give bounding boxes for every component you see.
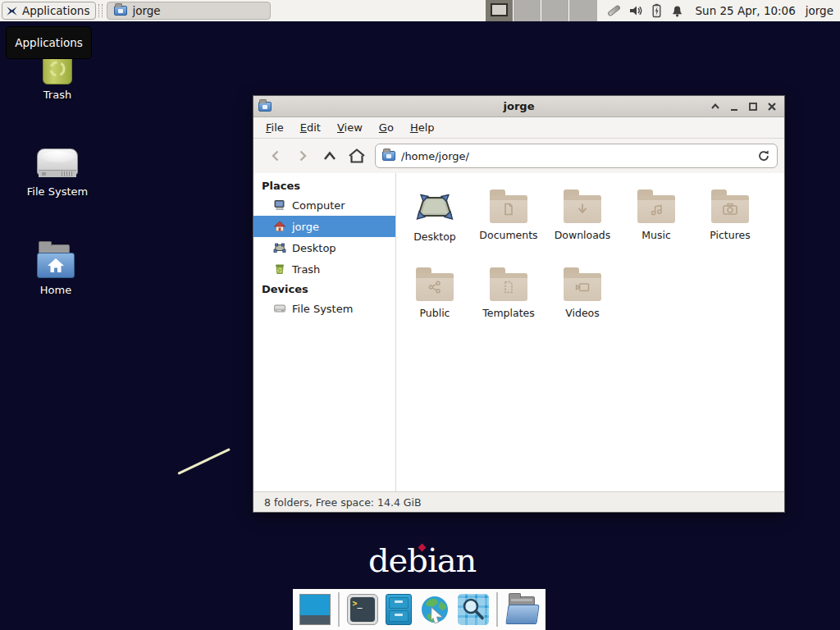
up-button[interactable] <box>316 144 343 168</box>
menu-edit[interactable]: Edit <box>293 119 328 136</box>
workspace-4[interactable] <box>569 0 597 21</box>
toolbar: /home/jorge/ <box>253 139 784 173</box>
xfce-logo-icon <box>6 5 18 17</box>
stylus-tool-icon[interactable] <box>606 4 620 16</box>
sidebar-item-label: Computer <box>292 199 345 212</box>
statusbar: 8 folders, Free space: 14.4 GiB <box>253 491 784 512</box>
folder-public[interactable]: Public <box>398 262 472 340</box>
menu-go[interactable]: Go <box>372 119 401 136</box>
menu-file[interactable]: File <box>258 119 291 136</box>
folder-videos[interactable]: Videos <box>546 262 619 340</box>
folder-icon <box>416 273 454 301</box>
desktop-special-icon <box>415 192 454 225</box>
desktop-icon-label: File System <box>27 185 88 198</box>
file-view[interactable]: Desktop Documents Downloads <box>396 173 784 491</box>
workspace-1[interactable] <box>486 0 514 21</box>
sidebar-header-places: Places <box>253 176 395 194</box>
trash-icon <box>273 262 286 276</box>
home-folder-icon <box>35 243 76 281</box>
folder-icon <box>637 195 675 223</box>
debian-logo: debian <box>368 541 476 579</box>
folder-label: Documents <box>479 229 537 241</box>
close-button[interactable] <box>765 100 778 112</box>
shade-button[interactable] <box>709 100 721 112</box>
folder-label: Pictures <box>710 229 751 241</box>
taskbar-window-button[interactable]: jorge <box>107 2 271 20</box>
dock: >_ <box>293 589 546 630</box>
folder-icon <box>564 195 601 223</box>
sidebar-item-label: jorge <box>292 221 319 233</box>
sidebar: Places Computer jorge <box>253 173 396 491</box>
applications-menu-button[interactable]: Applications <box>2 2 96 20</box>
folder-icon <box>711 195 749 223</box>
home-button[interactable] <box>343 144 370 168</box>
folder-label: Desktop <box>413 231 456 243</box>
taskbar-window-label: jorge <box>132 4 160 17</box>
maximize-button[interactable] <box>746 100 759 112</box>
sidebar-item-computer[interactable]: Computer <box>253 194 395 216</box>
folder-downloads[interactable]: Downloads <box>546 185 619 262</box>
system-tray <box>607 3 684 18</box>
folder-pictures[interactable]: Pictures <box>693 185 767 262</box>
folder-templates[interactable]: Templates <box>472 262 546 340</box>
sidebar-item-file-system[interactable]: File System <box>253 298 395 319</box>
minimize-button[interactable] <box>728 100 740 112</box>
sidebar-item-label: Trash <box>292 263 320 276</box>
workspace-2[interactable] <box>514 0 541 21</box>
dock-separator <box>496 592 498 627</box>
folder-documents[interactable]: Documents <box>472 185 546 262</box>
folder-music[interactable]: Music <box>619 185 693 262</box>
dock-app-finder-icon[interactable] <box>458 594 489 625</box>
top-panel: Applications jorge Sun 25 Apr, 10:06 jor… <box>0 0 840 21</box>
reload-icon[interactable] <box>757 149 770 162</box>
battery-icon[interactable] <box>651 3 663 18</box>
sidebar-header-devices: Devices <box>253 280 395 298</box>
sidebar-item-jorge[interactable]: jorge <box>253 216 395 237</box>
volume-icon[interactable] <box>628 3 643 18</box>
desktop-scratch-artifact <box>177 448 231 475</box>
folder-icon <box>490 273 527 301</box>
dock-web-browser-icon[interactable] <box>419 594 450 625</box>
desktop-icon-home[interactable]: Home <box>16 243 95 296</box>
applications-tooltip: Applications <box>6 26 92 59</box>
folder-icon <box>564 273 601 301</box>
desktop-icon <box>273 241 286 254</box>
window-titlebar[interactable]: jorge <box>253 96 784 117</box>
forward-button[interactable] <box>289 144 316 168</box>
window-title: jorge <box>253 100 784 112</box>
hard-drive-icon <box>37 144 78 182</box>
folder-desktop[interactable]: Desktop <box>398 185 472 262</box>
dock-separator <box>338 592 340 627</box>
desktop-icon-label: Trash <box>43 89 71 101</box>
home-icon <box>273 220 286 233</box>
workspace-switcher <box>486 0 597 21</box>
hard-drive-icon <box>273 302 286 315</box>
notifications-bell-icon[interactable] <box>670 3 684 18</box>
panel-handle[interactable] <box>98 4 103 17</box>
folder-icon <box>490 195 527 223</box>
sidebar-item-desktop[interactable]: Desktop <box>253 237 395 258</box>
sidebar-item-trash[interactable]: Trash <box>253 258 395 280</box>
panel-username[interactable]: jorge <box>806 4 833 17</box>
dock-show-desktop-icon[interactable] <box>299 594 331 625</box>
file-manager-window: jorge File Edit View Go Help <box>253 95 785 513</box>
dock-file-manager-icon[interactable] <box>386 594 412 625</box>
sidebar-item-label: File System <box>292 303 353 315</box>
folder-icon <box>114 6 127 16</box>
menu-view[interactable]: View <box>330 119 370 136</box>
menu-help[interactable]: Help <box>403 119 442 136</box>
dock-terminal-icon[interactable]: >_ <box>347 594 378 625</box>
desktop-icon-file-system[interactable]: File System <box>18 144 97 198</box>
sidebar-item-label: Desktop <box>292 242 336 254</box>
debian-red-diamond <box>418 544 426 551</box>
folder-label: Templates <box>482 307 535 319</box>
folder-label: Public <box>420 307 450 319</box>
path-input[interactable]: /home/jorge/ <box>401 150 751 162</box>
path-bar[interactable]: /home/jorge/ <box>375 144 778 168</box>
workspace-3[interactable] <box>541 0 569 21</box>
folder-label: Downloads <box>555 229 611 241</box>
panel-clock[interactable]: Sun 25 Apr, 10:06 <box>696 4 796 17</box>
dock-folder-icon[interactable] <box>505 595 540 624</box>
applications-menu-label: Applications <box>22 4 89 17</box>
back-button[interactable] <box>262 144 289 168</box>
